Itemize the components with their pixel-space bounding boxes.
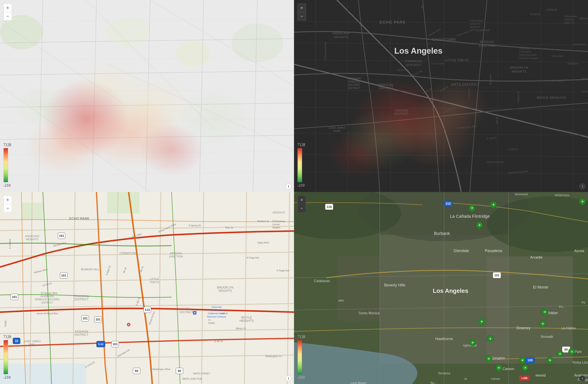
svg-text:Arcadia: Arcadia <box>530 255 543 259</box>
svg-text:HEIGHTS: HEIGHTS <box>470 26 480 28</box>
svg-text:AVENUE: AVENUE <box>546 8 557 11</box>
svg-text:JUNCTION: JUNCTION <box>479 44 496 47</box>
svg-text:LITTLE: LITTLE <box>150 277 159 281</box>
svg-text:LINCOLN: LINCOLN <box>470 22 480 25</box>
svg-text:N Spring St: N Spring St <box>189 224 201 227</box>
svg-text:✈: ✈ <box>548 359 551 362</box>
svg-text:FASHION: FASHION <box>75 330 88 333</box>
bl-info-button[interactable]: ℹ <box>285 375 292 382</box>
svg-text:ewood: ewood <box>535 373 546 377</box>
bl-legend: 7128 -210 <box>3 335 11 380</box>
svg-text:PARK: PARK <box>334 129 340 133</box>
panel-bottom-left: 101 101 101 5-10 60 60 10 101 101 <box>0 192 294 384</box>
svg-text:Los Angeles: Los Angeles <box>433 287 468 294</box>
svg-text:10: 10 <box>15 339 18 342</box>
svg-text:N Broadway: N Broadway <box>564 15 577 18</box>
svg-text:101: 101 <box>83 317 88 320</box>
svg-text:✈: ✈ <box>559 352 561 356</box>
svg-text:S Catalina: S Catalina <box>9 239 11 249</box>
tl-zoom-out[interactable]: − <box>3 12 12 21</box>
br-zoom-out[interactable]: − <box>297 204 306 213</box>
svg-text:N Broadway: N Broadway <box>272 220 285 222</box>
svg-text:James M Wood Blvd: James M Wood Blvd <box>37 312 58 315</box>
tl-legend: 7128 -210 <box>3 143 11 188</box>
tl-legend-max: 7128 <box>3 143 11 147</box>
panel-top-left: + − 7128 -210 ℹ <box>0 0 294 192</box>
tr-map-svg: Los Angeles ECHO PARK ANGELINO HEIGHTS C… <box>294 0 588 192</box>
svg-text:E 4th St: E 4th St <box>214 340 223 342</box>
svg-text:ce: ce <box>464 377 467 380</box>
svg-text:Tor...: Tor... <box>430 381 437 384</box>
bl-zoom-controls[interactable]: + − <box>3 195 12 213</box>
br-info-button[interactable]: ℹ <box>579 375 586 382</box>
svg-text:ARTS: ARTS <box>183 307 190 311</box>
svg-text:of Southern: of Southern <box>210 309 223 312</box>
svg-text:HEIGHTS: HEIGHTS <box>240 319 254 322</box>
svg-text:M: M <box>194 312 196 314</box>
svg-text:✈: ✈ <box>570 350 573 354</box>
svg-text:Medford St: Medford St <box>257 220 269 222</box>
tl-zoom-in[interactable]: + <box>3 3 12 12</box>
svg-text:HEIGHTS: HEIGHTS <box>273 211 285 214</box>
svg-text:HEIGHTS: HEIGHTS <box>218 289 232 292</box>
svg-text:Wellington: Wellington <box>567 62 578 65</box>
svg-text:110: 110 <box>145 308 150 312</box>
panel-bottom-right: LGB 118 210 101 60 105 La Cañada Flintri… <box>294 192 588 384</box>
svg-text:101: 101 <box>95 318 101 321</box>
svg-text:Pasadena: Pasadena <box>485 249 502 253</box>
svg-text:TOKYO: TOKYO <box>149 281 159 284</box>
tr-zoom-in[interactable]: + <box>297 3 306 12</box>
svg-point-27 <box>13 86 73 129</box>
svg-text:DISTRICT: DISTRICT <box>348 87 360 90</box>
svg-text:N Gage Ave: N Gage Ave <box>247 256 259 259</box>
svg-text:Yorba Linda: Yorba Linda <box>572 361 588 364</box>
bl-zoom-out[interactable]: − <box>3 204 12 213</box>
svg-text:LGB: LGB <box>522 377 527 380</box>
svg-text:Wilderness: Wilderness <box>555 193 569 197</box>
svg-text:✈: ✈ <box>480 320 483 323</box>
bl-legend-bar <box>3 340 8 374</box>
svg-text:101: 101 <box>61 274 66 277</box>
svg-text:CI...: CI... <box>208 319 212 321</box>
svg-text:NINTH JUNCTION: NINTH JUNCTION <box>182 378 202 380</box>
svg-text:✈: ✈ <box>521 359 524 362</box>
svg-text:✈: ✈ <box>524 366 527 370</box>
svg-text:South Park: South Park <box>397 69 409 71</box>
svg-text:Compton: Compton <box>490 356 505 360</box>
bl-map-background: 101 101 101 5-10 60 60 10 101 101 <box>0 192 294 384</box>
br-zoom-in[interactable]: + <box>297 195 306 204</box>
tl-zoom-controls[interactable]: + − <box>3 3 12 21</box>
svg-text:Lincoln: Lincoln <box>272 223 280 226</box>
svg-text:Heights: Heights <box>272 226 280 229</box>
br-zoom-controls[interactable]: + − <box>297 195 306 213</box>
svg-text:M: M <box>128 323 129 326</box>
svg-text:NINTH STREET: NINTH STREET <box>487 161 504 164</box>
tr-zoom-out[interactable]: − <box>297 12 306 21</box>
svg-point-52 <box>420 79 489 135</box>
tr-legend: 7128 -210 <box>297 143 305 188</box>
svg-text:E 15th St: E 15th St <box>508 148 518 150</box>
svg-text:E Washington Blvd: E Washington Blvd <box>150 368 170 370</box>
svg-text:Po...: Po... <box>559 305 565 308</box>
svg-text:TERR...: TERR... <box>208 322 216 324</box>
svg-text:✈: ✈ <box>581 200 584 203</box>
tr-info-button[interactable]: ℹ <box>579 183 586 190</box>
svg-text:Sciences Campus: Sciences Campus <box>207 315 226 318</box>
svg-text:✈: ✈ <box>542 322 544 326</box>
svg-text:of Southern: of Southern <box>519 50 531 53</box>
svg-text:Wellington: Wellington <box>581 77 588 80</box>
br-legend: 7128 -210 <box>297 335 305 380</box>
bl-zoom-in[interactable]: + <box>3 195 12 204</box>
tl-info-button[interactable]: ℹ <box>285 183 292 190</box>
svg-text:FINANCIAL: FINANCIAL <box>74 294 89 298</box>
svg-text:Downey: Downey <box>516 326 530 330</box>
svg-text:Marengo St: Marengo St <box>551 79 564 82</box>
svg-text:Indiana Ave: Indiana Ave <box>581 90 588 93</box>
svg-text:Norwalk: Norwalk <box>541 335 553 339</box>
svg-text:ANGELINO: ANGELINO <box>25 235 39 238</box>
svg-text:Maple Ave: Maple Ave <box>489 74 492 85</box>
svg-text:BUNKER HILL: BUNKER HILL <box>81 268 99 271</box>
tr-zoom-controls[interactable]: + − <box>297 3 306 21</box>
svg-text:SAINT JAMES: SAINT JAMES <box>24 340 41 343</box>
svg-text:TOWN: TOWN <box>4 321 7 327</box>
